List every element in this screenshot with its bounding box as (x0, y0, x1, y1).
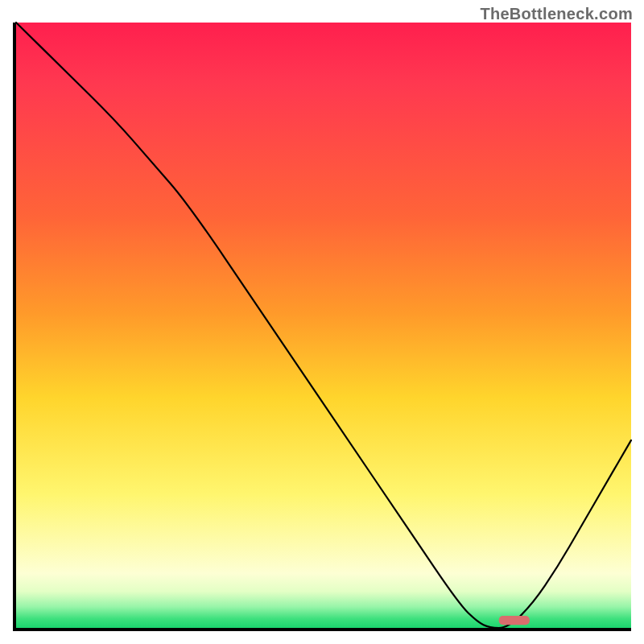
chart-container: TheBottleneck.com (0, 0, 644, 644)
watermark-text: TheBottleneck.com (480, 5, 633, 23)
bottleneck-curve-line (16, 23, 631, 628)
optimal-range-marker (499, 616, 530, 625)
plot-area (13, 23, 631, 631)
curve-layer (16, 23, 631, 628)
